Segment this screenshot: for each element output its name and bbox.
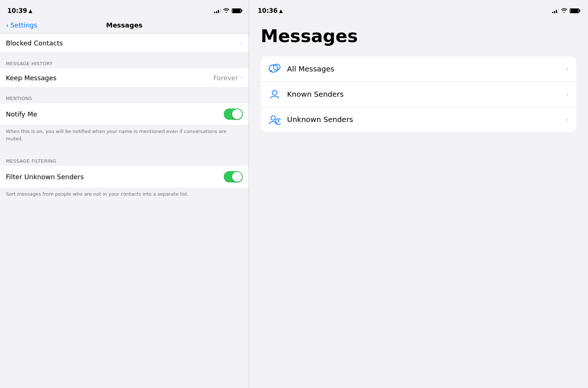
unknown-senders-chevron: ›	[566, 115, 569, 124]
back-label: Settings	[10, 21, 37, 29]
left-signal-icon	[214, 8, 221, 13]
unknown-senders-icon: ?	[268, 113, 281, 126]
right-location-arrow-icon: ▲	[279, 8, 283, 14]
back-button[interactable]: ‹ Settings	[6, 21, 37, 30]
message-filtering-header: MESSAGE FILTERING	[0, 149, 249, 166]
known-senders-label: Known Senders	[287, 90, 560, 99]
filter-unknown-senders-label: Filter Unknown Senders	[6, 173, 84, 181]
right-content: Messages All Messages ›	[249, 18, 588, 388]
right-time-text: 10:36	[258, 7, 278, 14]
right-status-icons	[552, 7, 579, 14]
notify-me-footer: When this is on, you will be notified wh…	[0, 125, 249, 149]
left-battery-icon	[232, 8, 241, 13]
svg-point-1	[273, 64, 280, 70]
filter-unknown-senders-row[interactable]: Filter Unknown Senders	[0, 166, 249, 188]
all-messages-row[interactable]: All Messages ›	[261, 56, 576, 82]
right-signal-icon	[552, 8, 559, 13]
notify-me-label: Notify Me	[6, 110, 37, 118]
blocked-contacts-section: Blocked Contacts ›	[0, 34, 249, 52]
keep-messages-value-text: Forever	[213, 74, 238, 82]
right-panel: 10:36 ▲ Messages	[249, 0, 588, 388]
chevron-left-icon: ‹	[6, 21, 9, 30]
left-panel: 10:39 ▲ ‹ Sett	[0, 0, 249, 388]
keep-messages-chevron: ›	[241, 74, 243, 81]
notify-me-row[interactable]: Notify Me	[0, 103, 249, 125]
notify-me-toggle[interactable]	[224, 108, 243, 120]
right-list-card: All Messages › Known Senders ›	[261, 56, 576, 132]
left-nav-bar: ‹ Settings Messages	[0, 18, 249, 34]
message-history-header: MESSAGE HISTORY	[0, 52, 249, 69]
svg-text:?: ?	[277, 119, 280, 124]
keep-messages-label: Keep Messages	[6, 74, 56, 82]
toggle-knob	[232, 109, 242, 119]
right-wifi-icon	[561, 7, 567, 14]
svg-point-2	[272, 90, 277, 95]
location-arrow-icon: ▲	[29, 8, 32, 14]
left-status-bar: 10:39 ▲	[0, 0, 249, 18]
blocked-contacts-row[interactable]: Blocked Contacts ›	[0, 34, 249, 52]
message-filtering-section: Filter Unknown Senders	[0, 166, 249, 188]
known-senders-icon	[268, 88, 281, 101]
right-time: 10:36 ▲	[258, 7, 283, 14]
all-messages-label: All Messages	[287, 64, 560, 73]
mentions-header: MENTIONS	[0, 87, 249, 103]
settings-list: Blocked Contacts › MESSAGE HISTORY Keep …	[0, 34, 249, 388]
filter-toggle-knob	[232, 172, 242, 182]
all-messages-chevron: ›	[566, 64, 569, 73]
left-status-icons	[214, 8, 241, 14]
keep-messages-row[interactable]: Keep Messages Forever ›	[0, 69, 249, 87]
unknown-senders-row[interactable]: ? Unknown Senders ›	[261, 107, 576, 132]
blocked-contacts-chevron: ›	[241, 40, 243, 47]
speech-bubble-icon	[268, 62, 281, 75]
nav-title: Messages	[106, 21, 143, 29]
left-time-text: 10:39	[7, 7, 27, 14]
unknown-senders-label: Unknown Senders	[287, 115, 560, 124]
keep-messages-value: Forever ›	[213, 74, 243, 82]
message-history-section: Keep Messages Forever ›	[0, 69, 249, 87]
filter-unknown-senders-toggle[interactable]	[224, 171, 243, 182]
mentions-section: Notify Me	[0, 103, 249, 125]
left-time: 10:39 ▲	[7, 7, 32, 14]
svg-point-3	[271, 116, 275, 120]
blocked-contacts-label: Blocked Contacts	[6, 39, 63, 47]
right-status-bar: 10:36 ▲	[249, 0, 588, 18]
known-senders-chevron: ›	[566, 90, 569, 99]
right-battery-icon	[570, 8, 579, 13]
left-wifi-icon	[223, 8, 230, 14]
known-senders-row[interactable]: Known Senders ›	[261, 82, 576, 107]
filter-footer: Sort messages from people who are not in…	[0, 188, 249, 205]
right-page-title: Messages	[261, 26, 576, 46]
